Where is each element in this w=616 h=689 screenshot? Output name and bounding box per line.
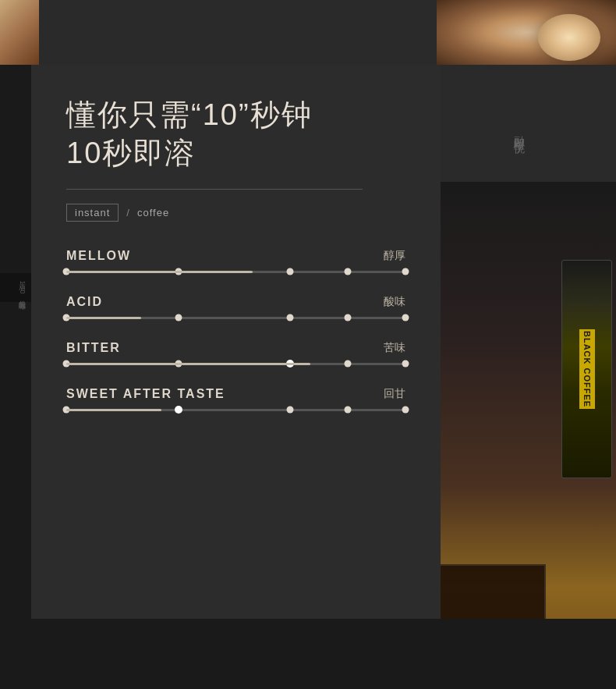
slider-dot — [175, 314, 182, 321]
slider-track[interactable] — [66, 363, 405, 365]
slider-dot — [175, 406, 182, 414]
flavor-name: MELLOW — [66, 249, 131, 263]
slider-fill — [66, 409, 161, 411]
top-image-strip — [0, 0, 616, 65]
flavor-header: BITTER苦味 — [66, 341, 405, 355]
coffee-product-area: BLACK COFFEE — [441, 182, 616, 689]
package-label: BLACK COFFEE — [579, 329, 595, 409]
flavor-row: ACID酸味 — [66, 295, 405, 319]
slider-dot — [287, 314, 294, 321]
title-line2: 10秒即溶 — [66, 134, 405, 172]
flavor-name: BITTER — [66, 341, 121, 355]
slider-dot — [345, 314, 352, 321]
slider-dot — [345, 268, 352, 275]
slider-fill — [66, 317, 141, 319]
slider-dot — [345, 407, 352, 414]
slider-dot — [402, 360, 409, 368]
slider-track[interactable] — [66, 317, 405, 319]
flavor-row: MELLOW醇厚 — [66, 249, 405, 273]
slider-fill — [66, 271, 253, 273]
left-edge-text: 店 100袋黑咖啡 — [0, 273, 31, 302]
flavor-cn: 回甘 — [384, 387, 405, 401]
flavor-name: SWEET AFTER TASTE — [66, 387, 225, 401]
flavor-cn: 苦味 — [384, 341, 405, 355]
slider-dot — [402, 268, 409, 275]
slider-dot — [287, 268, 294, 275]
top-center-strip — [39, 0, 437, 65]
flavor-row: SWEET AFTER TASTE回甘 — [66, 387, 405, 411]
title-line1: 懂你只需“10”秒钟 — [66, 96, 405, 134]
divider — [66, 189, 363, 190]
subtitle-slash: / — [126, 207, 129, 218]
flavor-header: MELLOW醇厚 — [66, 249, 405, 263]
subtitle-instant: instant — [66, 204, 119, 222]
top-right-image — [437, 0, 616, 65]
flavor-cn: 酸味 — [384, 295, 405, 309]
flavor-cn: 醇厚 — [384, 249, 405, 263]
slider-track[interactable] — [66, 409, 405, 411]
slider-dot — [402, 407, 409, 414]
right-background: 融即享悦 BLACK COFFEE — [441, 65, 616, 689]
flavor-section: MELLOW醇厚ACID酸味BITTER苦味SWEET AFTER TASTE回… — [66, 249, 405, 433]
flavor-row: BITTER苦味 — [66, 341, 405, 365]
slider-dot — [345, 360, 352, 368]
slider-dot — [287, 407, 294, 414]
right-vertical-text: 融即享悦 — [511, 127, 526, 137]
top-left-image — [0, 0, 39, 65]
main-card: 懂你只需“10”秒钟 10秒即溶 instant / coffee MELLOW… — [31, 65, 441, 619]
coffee-package: BLACK COFFEE — [561, 260, 612, 478]
subtitle-coffee: coffee — [137, 207, 169, 218]
bottom-area — [0, 619, 616, 689]
slider-fill — [66, 363, 310, 365]
subtitle-line: instant / coffee — [66, 204, 405, 222]
flavor-header: ACID酸味 — [66, 295, 405, 309]
slider-track[interactable] — [66, 271, 405, 273]
card-title: 懂你只需“10”秒钟 10秒即溶 — [66, 96, 405, 173]
flavor-name: ACID — [66, 295, 103, 309]
flavor-header: SWEET AFTER TASTE回甘 — [66, 387, 405, 401]
slider-dot — [402, 314, 409, 321]
